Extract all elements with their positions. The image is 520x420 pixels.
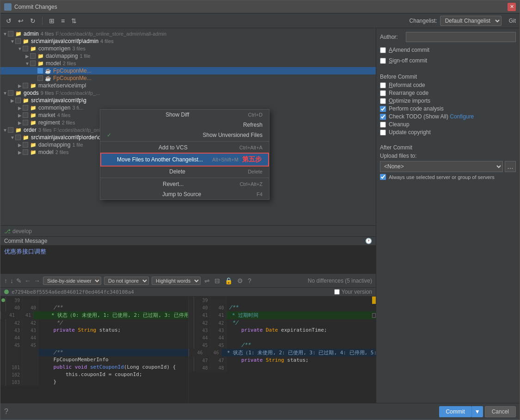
list-item[interactable]: ▶ 📁 dao\mapping 1 file xyxy=(0,52,376,60)
diff-line: 42 42 */ xyxy=(0,319,188,327)
diff-lock-btn[interactable]: 🔒 xyxy=(224,277,233,284)
reformat-code-row: Reformat code xyxy=(380,82,516,88)
diff-line: 45 45 xyxy=(0,341,188,349)
undo-btn[interactable]: ↩ xyxy=(16,16,25,25)
folder-icon: 📁 xyxy=(37,53,44,59)
tree-checkbox[interactable] xyxy=(8,127,13,133)
ctx-add-to-vcs[interactable]: Add to VCS Ctrl+Alt+A xyxy=(100,142,269,153)
tree-checkbox[interactable] xyxy=(8,31,13,37)
tree-checkbox[interactable] xyxy=(23,149,28,155)
commit-message-input[interactable]: 优惠券接口调整 xyxy=(0,246,376,271)
update-copyright-label: Update copyright xyxy=(389,129,431,136)
group-btn[interactable]: ⊞ xyxy=(47,16,56,25)
diff-left-arrow[interactable]: ← xyxy=(24,277,31,284)
cleanup-label: Cleanup xyxy=(389,121,410,128)
author-input[interactable] xyxy=(406,32,516,42)
ctx-show-unversioned[interactable]: ✓ Show Unversioned Files xyxy=(100,130,269,140)
configure-link[interactable]: Configure xyxy=(450,113,474,120)
rearrange-code-checkbox[interactable] xyxy=(380,90,386,96)
line-checkbox[interactable] xyxy=(372,313,376,318)
upload-select[interactable]: <None> xyxy=(380,161,503,172)
diff-your-version-checkbox[interactable] xyxy=(334,289,340,295)
diff-line: 41 41 * 过期时间 xyxy=(189,311,376,319)
diff-left-panel[interactable]: 39 40 40 /** 41 xyxy=(0,296,189,403)
tree-checkbox[interactable] xyxy=(8,90,13,96)
diff-your-version: Your version xyxy=(334,289,372,295)
amend-commit-checkbox[interactable] xyxy=(380,47,386,53)
help-icon[interactable]: ? xyxy=(4,408,8,416)
ctx-jump-to-source[interactable]: Jump to Source F4 xyxy=(100,189,269,199)
tree-checkbox[interactable] xyxy=(37,75,43,81)
cancel-button[interactable]: Cancel xyxy=(485,406,516,417)
tree-checkbox[interactable] xyxy=(23,46,28,51)
java-file-icon: ☕ xyxy=(45,68,51,74)
toolbar-separator xyxy=(42,17,43,25)
upload-more-btn[interactable]: … xyxy=(505,161,516,172)
tree-checkbox[interactable] xyxy=(23,112,28,118)
diff-line: FpCouponMemberInfo xyxy=(0,356,188,364)
tree-checkbox[interactable] xyxy=(23,83,28,88)
always-checkbox[interactable] xyxy=(380,174,386,180)
diff-line: 41 41 * 状态（0: 未使用, 1: 已使用, 2: 已过期, 3: 已停… xyxy=(0,311,188,319)
changelist-select[interactable]: Default Changelist xyxy=(440,16,502,26)
ctx-refresh[interactable]: Refresh xyxy=(100,120,269,130)
list-item[interactable]: ▼ 📁 admin 4 files F:\codes\back\fp_onlin… xyxy=(0,30,376,37)
sign-off-checkbox[interactable] xyxy=(380,58,386,64)
close-button[interactable]: ✕ xyxy=(508,3,516,11)
folder-icon: 📁 xyxy=(23,38,29,44)
perform-code-analysis-checkbox[interactable] xyxy=(380,106,386,112)
tree-checkbox[interactable] xyxy=(15,98,21,103)
ctx-revert[interactable]: Revert... Ctrl+Alt+Z xyxy=(100,179,269,189)
tree-checkbox[interactable] xyxy=(30,61,36,66)
diff-viewer-select[interactable]: Side-by-side viewer xyxy=(43,277,101,285)
commit-button[interactable]: Commit xyxy=(439,406,471,417)
diff-line: 40 40 /** xyxy=(189,304,376,311)
tree-checkbox[interactable] xyxy=(23,142,28,148)
ctx-show-diff[interactable]: Show Diff Ctrl+D xyxy=(100,110,269,120)
list-item[interactable]: ▼ 📁 goods 9 files F:\codes\back\fp_... xyxy=(0,89,376,97)
list-item[interactable]: ▶ 📁 src\main\java\com\fp\g xyxy=(0,97,376,104)
update-copyright-checkbox[interactable] xyxy=(380,130,386,136)
list-item[interactable]: ☕ FpCouponMe... xyxy=(0,67,376,74)
git-label: Git xyxy=(509,18,516,24)
refresh-btn[interactable]: ↺ xyxy=(4,16,13,25)
list-item[interactable]: ☕ FpCouponMe... xyxy=(0,74,376,82)
diff-highlight-select[interactable]: Highlight words xyxy=(152,277,201,285)
diff-edit-icon[interactable]: ✎ xyxy=(16,277,22,284)
diff-down-arrow[interactable]: ↓ xyxy=(10,277,13,284)
diff-help-btn[interactable]: ? xyxy=(247,277,252,284)
list-item[interactable]: ▼ 📁 src\main\java\com\fp\admin 4 files xyxy=(0,37,376,45)
diff-sync-btn[interactable]: ⇌ xyxy=(203,277,211,284)
tree-checkbox[interactable] xyxy=(23,120,28,125)
cleanup-checkbox[interactable] xyxy=(380,122,386,128)
diff-settings-btn[interactable]: ⚙ xyxy=(236,277,244,284)
list-item[interactable]: ▼ 📁 common\gen 3 files xyxy=(0,45,376,52)
diff-right-arrow[interactable]: → xyxy=(34,277,40,284)
list-item[interactable]: ▼ 📁 model 2 files xyxy=(0,60,376,67)
reformat-code-checkbox[interactable] xyxy=(380,82,386,88)
tree-checkbox[interactable] xyxy=(15,38,21,44)
diff-right-panel[interactable]: 39 40 40 /** xyxy=(189,296,376,403)
diff-view-btn[interactable]: ⊟ xyxy=(214,277,221,284)
tree-checkbox[interactable] xyxy=(15,135,21,140)
tree-checkbox[interactable] xyxy=(37,68,43,74)
filter-btn[interactable]: ⇅ xyxy=(69,16,79,25)
list-item[interactable]: ▶ 📁 market\service\impl xyxy=(0,82,376,89)
redo-btn[interactable]: ↻ xyxy=(28,16,37,25)
tree-checkbox[interactable] xyxy=(23,105,28,111)
diff-up-arrow[interactable]: ↑ xyxy=(4,277,7,284)
diff-line: 102 this.couponId = couponId; xyxy=(0,371,188,378)
check-todo-checkbox[interactable] xyxy=(380,114,386,120)
ctx-delete[interactable]: Delete Delete xyxy=(100,167,269,177)
sort-btn[interactable]: ≡ xyxy=(59,16,67,25)
folder-icon: 📁 xyxy=(30,120,37,126)
commit-dropdown-button[interactable]: ▼ xyxy=(471,406,483,417)
ctx-separator xyxy=(100,141,269,142)
branch-icon: ⎇ xyxy=(4,228,11,235)
diff-content[interactable]: 39 40 40 /** 41 xyxy=(0,296,376,403)
diff-line: 101 public void setCouponId(Long couponI… xyxy=(0,364,188,371)
optimize-imports-checkbox[interactable] xyxy=(380,98,386,104)
diff-ignore-select[interactable]: Do not ignore xyxy=(104,277,149,285)
ctx-move-files[interactable]: Move Files to Another Changelist... Alt+… xyxy=(100,153,269,167)
tree-checkbox[interactable] xyxy=(30,53,36,59)
